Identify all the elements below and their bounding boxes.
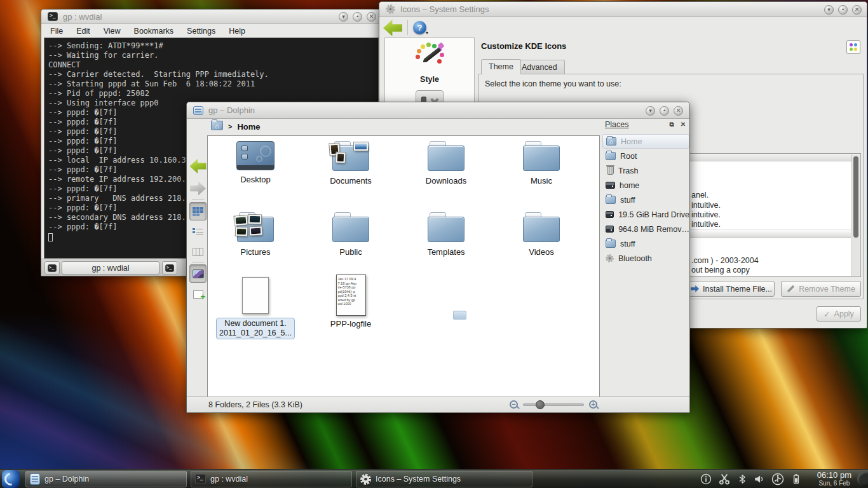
konsole-menubar: File Edit View Bookmarks Settings Help [41, 24, 381, 37]
folder-icon [606, 152, 616, 160]
place-trash[interactable]: Trash [602, 163, 689, 178]
file-label: PPP-logfile [330, 319, 371, 329]
list-item-fragment[interactable]: anel. [691, 191, 709, 200]
menu-bookmarks[interactable]: Bookmarks [134, 27, 174, 36]
folder-item[interactable]: Pictures [208, 212, 303, 257]
menu-view[interactable]: View [104, 27, 121, 36]
place-stuff[interactable]: stuff [602, 193, 689, 207]
preview-button[interactable] [189, 264, 207, 283]
breadcrumb-chevron: > [228, 123, 232, 130]
file-item[interactable]: Jan 17 09:4 7:18 gp-Asp ire-5738 pp pd[1… [303, 274, 398, 329]
place-hard-drive[interactable]: 19.5 GiB Hard Drive [602, 207, 689, 222]
folder-item[interactable]: Videos [494, 212, 589, 257]
place-label: Bluetooth [618, 254, 652, 263]
bluetooth-icon[interactable] [737, 473, 747, 485]
task-dolphin[interactable]: gp – Dolphin [25, 471, 187, 487]
place-label: Trash [618, 166, 639, 175]
panel-cashew-icon[interactable] [857, 471, 868, 487]
place-bluetooth[interactable]: Bluetooth [602, 251, 689, 266]
task-system-settings[interactable]: Icons – System Settings [356, 471, 532, 487]
app-launcher-icon[interactable] [2, 470, 20, 488]
forward-button[interactable] [189, 179, 207, 198]
zoom-slider-track[interactable] [523, 403, 584, 406]
zoom-out-icon[interactable]: − [510, 400, 518, 409]
folder-item[interactable]: Desktop [208, 141, 303, 184]
minimize-button[interactable]: ▾ [824, 5, 834, 15]
dolphin-titlebar[interactable]: gp – Dolphin ▾ • ✕ [187, 102, 689, 119]
scrollbar-thumb[interactable] [853, 156, 858, 238]
split-button[interactable] [189, 285, 207, 304]
maximize-button[interactable]: • [838, 5, 848, 15]
close-button[interactable]: ✕ [852, 5, 862, 15]
clock[interactable]: 06:10 pm Sun, 6 Feb [817, 470, 851, 487]
menu-file[interactable]: File [50, 27, 63, 36]
columns-view-button[interactable] [189, 243, 207, 261]
chevron-down-icon[interactable]: ▾ [426, 30, 428, 36]
zoom-slider-handle[interactable] [536, 400, 545, 409]
terminal-icon: >_ [165, 264, 174, 272]
file-item-selected[interactable]: New document 1. 2011_01_20_16_5... [208, 277, 303, 339]
place-removable-drive[interactable]: 964.8 MiB Remov… [602, 222, 689, 236]
float-panel-icon[interactable]: ⧉ [668, 121, 675, 128]
minimize-button[interactable]: ▾ [646, 106, 655, 116]
back-button[interactable] [189, 157, 207, 175]
back-button[interactable] [383, 20, 402, 36]
place-home-partition[interactable]: home [602, 178, 689, 193]
menu-settings[interactable]: Settings [187, 27, 215, 36]
list-item-fragment[interactable]: intuitive. [691, 220, 721, 229]
breadcrumb-home[interactable]: Home [237, 122, 260, 132]
details-view-button[interactable] [189, 222, 207, 241]
terminal-line: --> Pid of pppd: 25082 [48, 89, 374, 98]
tab-list-button[interactable]: >_ [162, 261, 177, 274]
system-settings-title: Icons – System Settings [400, 4, 489, 14]
folder-item[interactable]: Downloads [398, 141, 494, 186]
folder-view[interactable]: Desktop Documents Downloads Music [207, 135, 600, 398]
list-item-fragment[interactable]: intuitive. [691, 201, 721, 210]
folder-item[interactable]: Templates [398, 212, 494, 257]
home-icon[interactable]: ⌂ [211, 121, 223, 133]
clock-time: 06:10 pm [817, 470, 851, 480]
folder-label: Music [531, 176, 552, 186]
place-stuff-2[interactable]: stuff [602, 236, 689, 251]
info-icon[interactable] [700, 473, 712, 485]
gear-icon [360, 474, 371, 485]
system-settings-titlebar[interactable]: Icons – System Settings ▾ • ✕ [379, 2, 867, 17]
device-notifier-icon[interactable] [771, 473, 784, 485]
folder-icon [523, 212, 560, 243]
close-button[interactable]: ✕ [674, 106, 683, 116]
overview-button[interactable] [846, 40, 860, 54]
place-home[interactable]: ⌂ Home [602, 134, 689, 149]
menu-help[interactable]: Help [229, 27, 245, 36]
minimize-button[interactable]: ▾ [339, 12, 348, 22]
konsole-tab[interactable]: gp : wvdial [62, 261, 159, 274]
close-button[interactable]: ✕ [367, 12, 376, 22]
close-panel-icon[interactable]: ✕ [679, 121, 687, 128]
help-button[interactable]: ? [413, 21, 426, 34]
folder-item[interactable]: Documents [303, 141, 398, 186]
maximize-button[interactable]: • [660, 106, 669, 116]
maximize-button[interactable]: • [353, 12, 362, 22]
list-item-fragment[interactable]: intuitive. [691, 210, 721, 219]
install-theme-button[interactable]: Install Theme File... [688, 281, 775, 297]
icons-view-button[interactable] [189, 202, 207, 220]
folder-item[interactable]: Music [494, 141, 589, 186]
konsole-titlebar[interactable]: >_ gp : wvdial ▾ • ✕ [41, 10, 381, 24]
battery-icon[interactable] [790, 473, 802, 485]
hard-drive-icon [606, 182, 615, 189]
folder-item[interactable]: Public [303, 212, 398, 257]
apply-button[interactable]: ✓ Apply [817, 306, 861, 322]
place-root[interactable]: Root [602, 149, 689, 163]
tab-advanced[interactable]: Advanced [514, 60, 565, 74]
volume-icon[interactable] [754, 473, 765, 485]
new-tab-button[interactable]: >_ [44, 261, 60, 274]
scrollbar[interactable] [851, 154, 860, 276]
remove-theme-button[interactable]: Remove Theme [781, 281, 861, 297]
page-title: Customize KDE Icons [481, 41, 566, 51]
task-konsole[interactable]: >_ gp : wvdial [191, 471, 352, 487]
task-label: Icons – System Settings [376, 475, 461, 484]
sidebar-item-style[interactable]: Style [385, 42, 474, 84]
zoom-in-icon[interactable]: + [589, 400, 597, 409]
menu-edit[interactable]: Edit [76, 27, 90, 36]
klipper-scissors-icon[interactable] [718, 473, 731, 485]
tab-theme[interactable]: Theme [481, 59, 521, 74]
